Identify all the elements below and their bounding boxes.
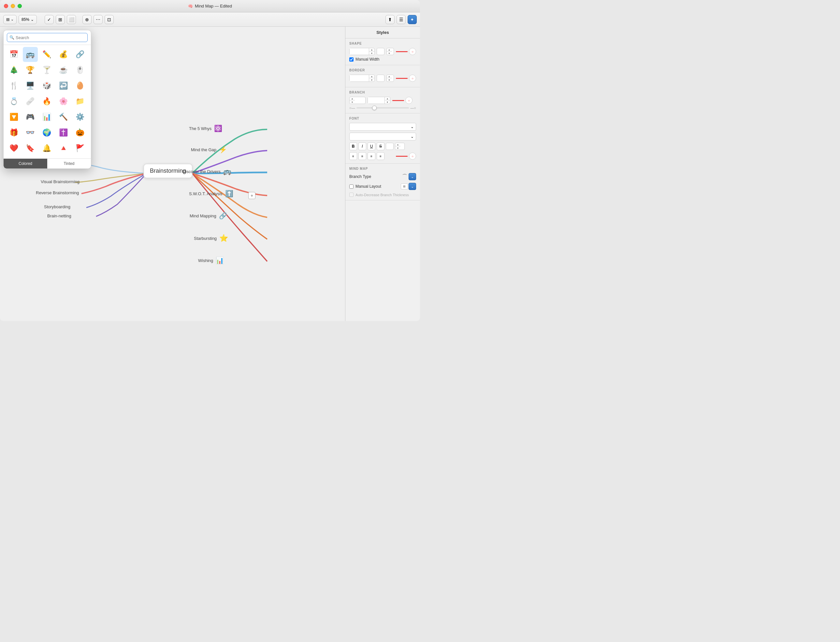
align-left-button[interactable]: ≡ bbox=[349, 152, 357, 160]
icon-cell-glasses[interactable]: 👓 bbox=[23, 125, 38, 140]
border-size-down[interactable]: ▼ bbox=[387, 78, 392, 82]
icon-cell-monitor[interactable]: 🖥️ bbox=[23, 78, 38, 93]
border-color-circle[interactable]: ○ bbox=[409, 75, 416, 82]
expand-button[interactable]: ⊡ bbox=[105, 15, 114, 24]
branch-brain-netting[interactable]: Brain-netting bbox=[47, 214, 71, 218]
grid-button[interactable]: ⊞ bbox=[56, 15, 65, 24]
icon-cell-folder[interactable]: 📁 bbox=[72, 94, 87, 109]
branch-type-dropdown[interactable]: ⌄ bbox=[409, 173, 416, 180]
shape-color-swatch[interactable] bbox=[377, 48, 385, 55]
branch-visual-brainstorming[interactable]: Visual Brainstorming bbox=[41, 179, 79, 184]
manual-width-checkbox[interactable] bbox=[349, 57, 353, 62]
align-right-button[interactable]: ≡ bbox=[367, 152, 375, 160]
icon-cell-hammer[interactable]: 🔨 bbox=[56, 110, 71, 125]
font-color-swatch[interactable] bbox=[386, 143, 393, 150]
icon-cell-tree[interactable]: 🎄 bbox=[6, 63, 21, 78]
branch-stepper[interactable]: ▲ ▼ bbox=[349, 97, 366, 104]
icon-cell-filter[interactable]: 🔽 bbox=[6, 110, 21, 125]
border-size-stepper[interactable]: ▲ ▼ bbox=[387, 75, 394, 82]
add-button[interactable]: ⊕ bbox=[83, 15, 92, 24]
icon-cell-eraser[interactable]: 🩹 bbox=[23, 94, 38, 109]
icon-cell-ring[interactable]: 💍 bbox=[6, 94, 21, 109]
minimize-button[interactable] bbox=[11, 4, 15, 8]
icon-cell-gamepad[interactable]: 🎮 bbox=[23, 110, 38, 125]
shape-size-down[interactable]: ▼ bbox=[387, 52, 392, 55]
canvas-area[interactable]: Brainstorming Brain Writing Visual Brain… bbox=[0, 27, 345, 321]
branch-discover-drivers[interactable]: Discover the Drivers 🚌 bbox=[183, 167, 231, 175]
icon-cell-link[interactable]: 🔗 bbox=[72, 47, 87, 62]
underline-button[interactable]: U bbox=[367, 143, 375, 150]
border-up-arrow[interactable]: ▲ bbox=[369, 75, 374, 78]
branch-slider-thumb[interactable] bbox=[372, 105, 377, 110]
shape-down-arrow[interactable]: ▼ bbox=[369, 52, 374, 55]
branch-swot[interactable]: S.W.O.T. Analysis ⬆️ bbox=[189, 190, 233, 198]
icon-cell-turn[interactable]: ↩️ bbox=[56, 78, 71, 93]
branch-storyboarding[interactable]: Storyboarding bbox=[44, 204, 70, 209]
sidebar-toggle-button[interactable]: ▤ ⌄ bbox=[3, 15, 17, 24]
branch-reverse-brainstorming[interactable]: Reverse Brainstorming bbox=[36, 190, 79, 195]
styles-button[interactable]: ✦ bbox=[408, 15, 417, 24]
branch-down-arrow[interactable]: ▼ bbox=[350, 101, 355, 104]
icon-cell-cocktail[interactable]: 🍸 bbox=[39, 63, 54, 78]
icon-cell-fork[interactable]: 🍴 bbox=[6, 78, 21, 93]
font-size-down[interactable]: ▼ bbox=[395, 146, 400, 150]
font-size-selector[interactable]: ⌄ bbox=[349, 133, 416, 141]
strikethrough-button[interactable]: S bbox=[377, 143, 385, 150]
icon-cell-bell[interactable]: 🔔 bbox=[39, 141, 54, 156]
icon-cell-pumpkin[interactable]: 🎃 bbox=[72, 125, 87, 140]
share-button[interactable]: ⬆ bbox=[385, 15, 395, 24]
add-node-button[interactable]: + bbox=[248, 192, 256, 199]
close-button[interactable] bbox=[4, 4, 8, 8]
branch-size-down[interactable]: ▼ bbox=[385, 101, 390, 104]
layout-grid-icon[interactable]: ⊞ bbox=[401, 183, 408, 189]
branch-wishing[interactable]: Wishing 📊 bbox=[198, 256, 224, 264]
branch-size-stepper[interactable]: ▲ ▼ bbox=[367, 97, 390, 104]
icon-cell-calendar[interactable]: 📅 bbox=[6, 47, 21, 62]
tab-tinted[interactable]: Tinted bbox=[47, 159, 91, 169]
layout-dropdown[interactable]: ⌄ bbox=[409, 183, 416, 190]
font-size-up[interactable]: ▲ bbox=[395, 143, 400, 146]
bold-button[interactable]: B bbox=[349, 143, 357, 150]
manual-layout-checkbox[interactable] bbox=[349, 185, 353, 189]
search-input[interactable] bbox=[7, 33, 87, 42]
shape-color-circle[interactable]: ○ bbox=[409, 48, 416, 55]
branch-color-circle[interactable]: ○ bbox=[405, 97, 413, 104]
fullscreen-button[interactable] bbox=[18, 4, 22, 8]
shape-size-stepper[interactable]: ▲ ▼ bbox=[387, 48, 394, 55]
border-stepper[interactable]: ▲ ▼ bbox=[349, 75, 375, 82]
icon-cell-coffee[interactable]: ☕ bbox=[56, 63, 71, 78]
shape-up-arrow[interactable]: ▲ bbox=[369, 48, 374, 52]
font-family-selector[interactable]: ⌄ bbox=[349, 123, 416, 131]
icon-cell-pencil[interactable]: ✏️ bbox=[39, 47, 54, 62]
branch-mind-gap[interactable]: Mind the Gap ⚡ bbox=[191, 146, 227, 154]
icon-cell-gift[interactable]: 🎁 bbox=[6, 125, 21, 140]
branch-slider[interactable] bbox=[356, 107, 409, 109]
icon-cell-mouse[interactable]: 🖱️ bbox=[72, 63, 87, 78]
shape-size-up[interactable]: ▲ bbox=[387, 48, 392, 52]
icon-cell-dice[interactable]: 🎲 bbox=[39, 78, 54, 93]
icon-cell-flag[interactable]: 🚩 bbox=[72, 141, 87, 156]
icon-cell-bookmark[interactable]: 🔖 bbox=[23, 141, 38, 156]
icon-cell-cross[interactable]: ✝️ bbox=[56, 125, 71, 140]
branch-starbursting[interactable]: Starbursting ⭐ bbox=[194, 234, 228, 242]
icon-cell-triangle[interactable]: 🔺 bbox=[56, 141, 71, 156]
branch-size-up[interactable]: ▲ bbox=[385, 97, 390, 101]
icon-cell-trophy[interactable]: 🏆 bbox=[23, 63, 38, 78]
font-size-stepper[interactable]: ▲ ▼ bbox=[395, 143, 405, 150]
border-down-arrow[interactable]: ▼ bbox=[369, 78, 374, 82]
checkmark-button[interactable]: ✓ bbox=[45, 15, 54, 24]
align-justify-button[interactable]: ≡ bbox=[377, 152, 385, 160]
icon-cell-fire[interactable]: 🔥 bbox=[39, 94, 54, 109]
zoom-control[interactable]: 85% ⌄ bbox=[19, 15, 37, 24]
align-center-button[interactable]: ≡ bbox=[358, 152, 366, 160]
icon-cell-dollar[interactable]: 💰 bbox=[56, 47, 71, 62]
notes-button[interactable]: ☰ bbox=[397, 15, 406, 24]
icon-cell-gear[interactable]: ⚙️ bbox=[72, 110, 87, 125]
branch-mind-mapping[interactable]: Mind Mapping 🔗 bbox=[189, 212, 227, 220]
italic-button[interactable]: I bbox=[358, 143, 366, 150]
font-color-circle[interactable]: ○ bbox=[409, 152, 416, 160]
border-size-up[interactable]: ▲ bbox=[387, 75, 392, 78]
icon-cell-globe[interactable]: 🌍 bbox=[39, 125, 54, 140]
icon-cell-chart[interactable]: 📊 bbox=[39, 110, 54, 125]
tab-colored[interactable]: Colored bbox=[3, 159, 47, 169]
